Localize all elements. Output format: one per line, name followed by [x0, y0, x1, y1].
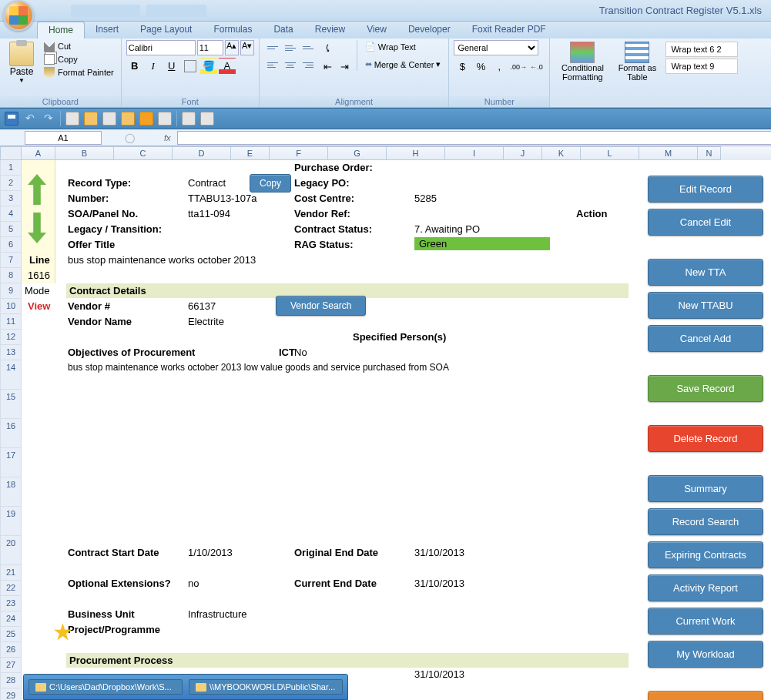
bold-button[interactable]: B — [126, 58, 143, 75]
row-header[interactable]: 14 — [0, 360, 22, 390]
row-header[interactable]: 26 — [0, 642, 22, 658]
row-header[interactable]: 5 — [0, 222, 22, 237]
conditional-formatting-button[interactable]: Conditional Formatting — [555, 40, 610, 83]
new-tta-button[interactable]: New TTA — [648, 259, 763, 286]
percent-button[interactable]: % — [472, 59, 489, 75]
grow-font-button[interactable]: A▴ — [225, 40, 239, 55]
col-header[interactable]: I — [445, 146, 504, 160]
select-all-corner[interactable] — [0, 146, 22, 160]
format-as-table-button[interactable]: Format as Table — [613, 40, 661, 83]
row-header[interactable]: 10 — [0, 299, 22, 314]
tab-insert[interactable]: Insert — [85, 22, 129, 39]
comma-button[interactable]: , — [491, 59, 508, 75]
office-button[interactable] — [3, 0, 34, 31]
shrink-font-button[interactable]: A▾ — [240, 40, 254, 55]
row-header[interactable]: 2 — [0, 176, 22, 191]
italic-button[interactable]: I — [145, 58, 162, 75]
wrap-text-button[interactable]: 📄Wrap Text — [362, 40, 444, 53]
col-header[interactable]: E — [231, 146, 270, 160]
undo-button[interactable]: ↶ — [23, 112, 37, 126]
qat-button[interactable] — [65, 112, 79, 126]
row-header[interactable]: 15 — [0, 390, 22, 419]
row-header[interactable]: 22 — [0, 581, 22, 596]
decrease-indent-button[interactable]: ⇤ — [320, 59, 337, 75]
copy-button[interactable]: Copy — [42, 53, 116, 65]
expiring-contracts-button[interactable]: Expiring Contracts — [648, 541, 763, 568]
row-header[interactable]: 20 — [0, 536, 22, 565]
row-header[interactable]: 8 — [0, 268, 22, 283]
col-header[interactable]: J — [504, 146, 542, 160]
qat-button[interactable] — [84, 112, 98, 126]
row-header[interactable]: 7 — [0, 253, 22, 268]
align-middle[interactable] — [282, 40, 299, 55]
qat-button[interactable] — [121, 112, 135, 126]
user-guide-button[interactable]: User Guide — [648, 691, 763, 700]
formula-input[interactable] — [177, 131, 771, 145]
font-color-button[interactable]: A — [219, 58, 236, 75]
cells-area[interactable]: Purchase Order: Record Type: Contract Co… — [22, 160, 771, 700]
row-header[interactable]: 3 — [0, 191, 22, 206]
increase-indent-button[interactable]: ⇥ — [337, 59, 354, 75]
qat-button[interactable] — [158, 112, 172, 126]
currency-button[interactable]: $ — [454, 59, 471, 75]
border-button[interactable] — [184, 60, 196, 72]
arrow-down-icon[interactable] — [28, 213, 46, 243]
col-header[interactable]: A — [22, 146, 55, 160]
row-header[interactable]: 11 — [0, 314, 22, 330]
col-header[interactable]: B — [55, 146, 114, 160]
col-header[interactable]: M — [639, 146, 698, 160]
name-box[interactable] — [25, 131, 102, 145]
vendor-search-button[interactable]: Vendor Search — [276, 296, 366, 316]
underline-button[interactable]: U — [163, 58, 180, 75]
edit-record-button[interactable]: Edit Record — [648, 176, 763, 203]
row-header[interactable]: 24 — [0, 611, 22, 627]
col-header[interactable]: L — [581, 146, 639, 160]
sheet-body[interactable]: A B C D E F G H I J K L M N Purchase Ord… — [22, 146, 771, 700]
row-header[interactable]: 27 — [0, 658, 22, 673]
tab-review[interactable]: Review — [304, 22, 356, 39]
current-work-button[interactable]: Current Work — [648, 608, 763, 635]
fill-color-button[interactable]: 🪣 — [200, 58, 217, 75]
align-center[interactable] — [282, 57, 299, 72]
tab-formulas[interactable]: Formulas — [203, 22, 263, 39]
col-header[interactable]: N — [698, 146, 721, 160]
qat-button[interactable] — [182, 112, 196, 126]
decrease-decimal-button[interactable]: ←.0 — [528, 59, 545, 75]
tab-developer[interactable]: Developer — [397, 22, 461, 39]
align-top[interactable] — [264, 40, 281, 55]
col-header[interactable]: F — [270, 146, 328, 160]
tab-view[interactable]: View — [356, 22, 397, 39]
col-header[interactable]: C — [114, 146, 173, 160]
delete-record-button[interactable]: Delete Record — [648, 425, 763, 452]
format-painter-button[interactable]: Format Painter — [42, 66, 116, 79]
taskbar-item[interactable]: \\MYBOOKWORLD\Public\Shar... — [189, 679, 343, 695]
save-button[interactable] — [5, 112, 18, 126]
row-header[interactable]: 25 — [0, 627, 22, 642]
align-right[interactable] — [300, 57, 317, 72]
row-header[interactable]: 1 — [0, 160, 22, 176]
row-header[interactable]: 4 — [0, 206, 22, 222]
cancel-add-button[interactable]: Cancel Add — [648, 325, 763, 352]
row-header[interactable]: 6 — [0, 237, 22, 253]
row-header[interactable]: 17 — [0, 448, 22, 477]
copy-record-button[interactable]: Copy — [250, 174, 291, 193]
font-size-select[interactable] — [197, 40, 223, 55]
redo-button[interactable]: ↷ — [42, 112, 55, 126]
row-header[interactable]: 9 — [0, 283, 22, 299]
col-header[interactable]: K — [542, 146, 581, 160]
qat-button[interactable] — [200, 112, 214, 126]
col-header[interactable]: D — [173, 146, 231, 160]
cut-button[interactable]: Cut — [42, 40, 116, 52]
merge-center-button[interactable]: ⬌Merge & Center ▾ — [362, 58, 444, 71]
new-ttabu-button[interactable]: New TTABU — [648, 292, 763, 319]
qat-button[interactable] — [139, 112, 153, 126]
paste-button[interactable]: Paste ▼ — [5, 40, 39, 85]
row-header[interactable]: 29 — [0, 688, 22, 700]
tab-page-layout[interactable]: Page Layout — [129, 22, 203, 39]
number-format-select[interactable]: General — [454, 40, 538, 55]
taskbar-item[interactable]: C:\Users\Dad\Dropbox\Work\S... — [28, 679, 183, 695]
align-bottom[interactable] — [300, 40, 317, 55]
summary-button[interactable]: Summary — [648, 475, 763, 502]
my-workload-button[interactable]: My Workload — [648, 641, 763, 668]
tab-home[interactable]: Home — [37, 22, 85, 39]
